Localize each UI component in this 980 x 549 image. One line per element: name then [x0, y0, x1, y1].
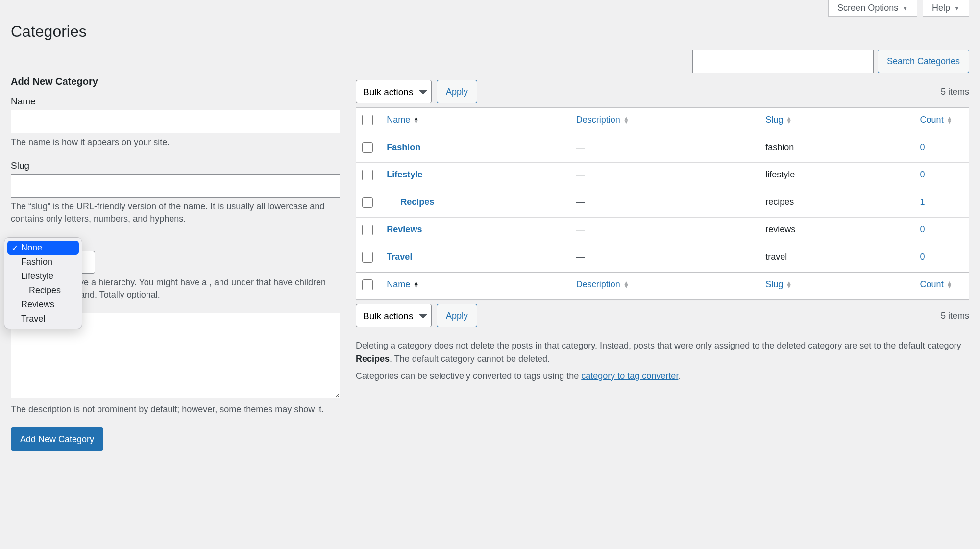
- parent-option-none[interactable]: None: [7, 241, 79, 255]
- th-name[interactable]: Name: [387, 279, 410, 289]
- select-all-top[interactable]: [362, 115, 373, 125]
- row-name-link[interactable]: Recipes: [387, 197, 434, 207]
- row-slug: recipes: [765, 197, 794, 207]
- parent-option-fashion[interactable]: Fashion: [7, 255, 79, 269]
- description-help: The description is not prominent by defa…: [11, 403, 340, 416]
- row-count-link[interactable]: 0: [920, 142, 925, 152]
- th-count[interactable]: Count: [920, 279, 944, 289]
- row-count-link[interactable]: 1: [920, 197, 925, 207]
- add-category-button[interactable]: Add New Category: [11, 427, 103, 451]
- select-all-bottom[interactable]: [362, 279, 373, 290]
- row-slug: lifestyle: [765, 170, 795, 179]
- row-desc: —: [576, 142, 585, 152]
- footer-text-2b: .: [678, 371, 681, 381]
- row-count-link[interactable]: 0: [920, 170, 925, 179]
- th-count[interactable]: Count: [920, 115, 944, 125]
- name-input[interactable]: [11, 110, 340, 133]
- row-slug: travel: [765, 252, 787, 262]
- search-button[interactable]: Search Categories: [878, 50, 969, 73]
- footer-text-2a: Categories can be selectively converted …: [356, 371, 581, 381]
- slug-input[interactable]: [11, 174, 340, 198]
- chevron-down-icon: ▼: [902, 5, 908, 12]
- table-row: Recipes—recipes1: [356, 190, 969, 218]
- th-description[interactable]: Description: [576, 279, 620, 289]
- bulk-actions-select-bottom[interactable]: Bulk actions: [356, 304, 432, 327]
- th-description[interactable]: Description: [576, 115, 620, 125]
- sort-icon: ▲▼: [413, 281, 419, 288]
- row-name-link[interactable]: Reviews: [387, 225, 422, 234]
- name-help: The name is how it appears on your site.: [11, 136, 340, 149]
- help-tab[interactable]: Help ▼: [923, 0, 969, 17]
- parent-dropdown: None Fashion Lifestyle Recipes Reviews T…: [4, 237, 82, 329]
- row-name-link[interactable]: Lifestyle: [387, 170, 422, 179]
- categories-table: Name▲▼ Description▲▼ Slug▲▼ Count▲▼ Fash…: [356, 107, 969, 300]
- th-slug[interactable]: Slug: [765, 115, 783, 125]
- row-checkbox[interactable]: [362, 252, 373, 263]
- parent-option-lifestyle[interactable]: Lifestyle: [7, 269, 79, 283]
- parent-option-reviews[interactable]: Reviews: [7, 298, 79, 312]
- row-count-link[interactable]: 0: [920, 252, 925, 262]
- table-row: Lifestyle—lifestyle0: [356, 163, 969, 190]
- help-label: Help: [932, 3, 950, 13]
- row-checkbox[interactable]: [362, 170, 373, 180]
- table-row: Reviews—reviews0: [356, 218, 969, 245]
- row-checkbox[interactable]: [362, 197, 373, 208]
- footer-text-1c: . The default category cannot be deleted…: [390, 354, 550, 364]
- table-row: Fashion—fashion0: [356, 135, 969, 163]
- name-label: Name: [11, 96, 340, 107]
- row-checkbox[interactable]: [362, 142, 373, 153]
- sort-icon: ▲▼: [947, 281, 953, 288]
- items-count-bottom: 5 items: [941, 311, 969, 321]
- parent-option-recipes[interactable]: Recipes: [7, 283, 79, 298]
- screen-options-label: Screen Options: [837, 3, 898, 13]
- row-desc: —: [576, 170, 585, 179]
- row-checkbox[interactable]: [362, 225, 373, 235]
- sort-icon: ▲▼: [786, 117, 792, 124]
- sort-icon: ▲▼: [786, 281, 792, 288]
- row-slug: fashion: [765, 142, 794, 152]
- row-desc: —: [576, 197, 585, 207]
- row-name-link[interactable]: Fashion: [387, 142, 420, 152]
- row-count-link[interactable]: 0: [920, 225, 925, 234]
- footer-text: Deleting a category does not delete the …: [356, 339, 969, 383]
- screen-options-tab[interactable]: Screen Options ▼: [828, 0, 917, 17]
- chevron-down-icon: ▼: [954, 5, 960, 12]
- parent-option-travel[interactable]: Travel: [7, 312, 79, 326]
- sort-icon: ▲▼: [623, 281, 629, 288]
- slug-label: Slug: [11, 160, 340, 171]
- row-slug: reviews: [765, 225, 795, 234]
- apply-button-top[interactable]: Apply: [437, 80, 477, 103]
- page-title: Categories: [11, 23, 969, 41]
- row-desc: —: [576, 252, 585, 262]
- row-name-link[interactable]: Travel: [387, 252, 412, 262]
- items-count-top: 5 items: [941, 87, 969, 97]
- apply-button-bottom[interactable]: Apply: [437, 304, 477, 327]
- footer-text-1a: Deleting a category does not delete the …: [356, 341, 961, 350]
- form-title: Add New Category: [11, 76, 340, 87]
- sort-icon: ▲▼: [413, 117, 419, 124]
- search-input[interactable]: [692, 50, 874, 73]
- th-slug[interactable]: Slug: [765, 279, 783, 289]
- footer-default-cat: Recipes: [356, 354, 390, 364]
- sort-icon: ▲▼: [623, 117, 629, 124]
- row-desc: —: [576, 225, 585, 234]
- slug-help: The “slug” is the URL-friendly version o…: [11, 200, 340, 225]
- bulk-actions-select-top[interactable]: Bulk actions: [356, 80, 432, 103]
- category-to-tag-link[interactable]: category to tag converter: [581, 371, 678, 381]
- sort-icon: ▲▼: [947, 117, 953, 124]
- th-name[interactable]: Name: [387, 115, 410, 125]
- table-row: Travel—travel0: [356, 245, 969, 273]
